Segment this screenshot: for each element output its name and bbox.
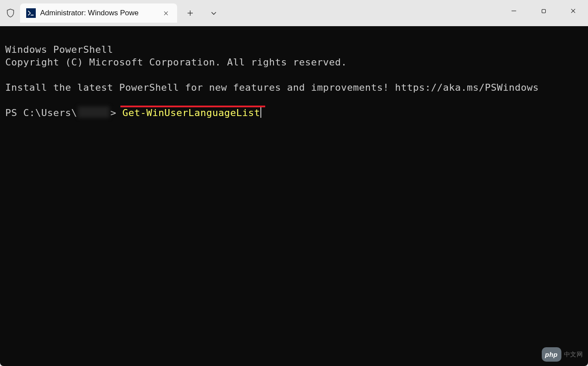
tab-dropdown-button[interactable] [203,4,224,22]
watermark-text: 中文网 [564,348,583,361]
titlebar[interactable]: Administrator: Windows Powe [0,0,588,26]
titlebar-left: Administrator: Windows Powe [0,0,224,26]
terminal-line-copyright: Copyright (C) Microsoft Corporation. All… [5,57,347,68]
tab-powershell[interactable]: Administrator: Windows Powe [20,3,177,23]
powershell-icon [26,8,36,18]
prompt-suffix: > [110,106,123,119]
minimize-button[interactable] [499,0,529,22]
new-tab-button[interactable] [180,4,201,22]
command-text: Get-WinUserLanguageList [122,106,260,119]
terminal-line-install: Install the latest PowerShell for new fe… [5,82,539,93]
watermark-logo: php [542,347,561,362]
window-controls [499,0,588,22]
shield-icon [5,8,16,18]
tab-close-button[interactable] [161,8,171,18]
prompt-prefix: PS C:\Users\ [5,106,77,119]
tab-title: Administrator: Windows Powe [40,9,156,17]
text-cursor [260,106,261,118]
titlebar-actions [180,3,224,23]
terminal-prompt-line: PS C:\Users\> Get-WinUserLanguageList [5,106,583,119]
username-redacted [78,106,109,118]
maximize-button[interactable] [529,0,558,22]
svg-rect-6 [542,9,545,13]
watermark: php 中文网 [542,347,583,362]
terminal-window: Administrator: Windows Powe [0,0,588,366]
terminal-line-header: Windows PowerShell [5,44,113,55]
close-window-button[interactable] [558,0,588,22]
terminal-viewport[interactable]: Windows PowerShell Copyright (C) Microso… [0,26,588,366]
